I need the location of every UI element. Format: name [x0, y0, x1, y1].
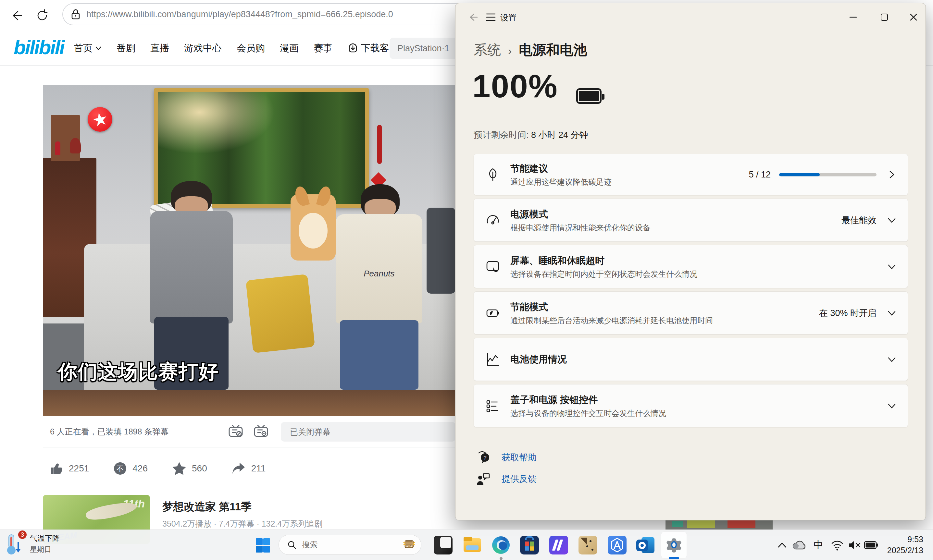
gauge-icon [486, 213, 500, 228]
nav-bangumi[interactable]: 番剧 [117, 42, 136, 55]
channel-logo-star: ★ [88, 107, 112, 132]
scene-shiba-plush [291, 194, 336, 260]
breadcrumb-separator: › [508, 45, 512, 57]
card-lid-power-buttons[interactable]: 盖子和电源 按钮控件 选择与设备的物理控件交互时会发生什么情况 [473, 384, 908, 427]
weather-subtitle: 星期日 [30, 545, 60, 554]
get-help-link[interactable]: ? 获取帮助 [476, 450, 537, 465]
settings-back-icon[interactable] [463, 8, 482, 27]
card-subtitle: 通过限制某些后台活动来减少电源消耗并延长电池使用时间 [510, 315, 713, 325]
recommended-meta: 3504.2万播放 · 7.4万弹幕 · 132.4万系列追剧 [162, 518, 322, 529]
volume-muted-icon[interactable] [847, 538, 862, 552]
nav-vip-shop[interactable]: 会员购 [237, 42, 265, 55]
thermometer-icon: 3 [5, 532, 25, 555]
card-energy-saver[interactable]: 节能模式 通过限制某些后台活动来减少电源消耗并延长电池使用时间 在 30% 时开… [473, 291, 908, 334]
settings-app-title: 设置 [500, 12, 517, 23]
maximize-button[interactable] [875, 8, 894, 27]
nav-live[interactable]: 直播 [150, 42, 169, 55]
app-icon-box[interactable] [578, 536, 597, 554]
chevron-down-icon[interactable] [888, 309, 896, 317]
taskbar-clock[interactable]: 9:53 2025/2/13 [887, 534, 923, 556]
taskbar-search-box[interactable] [279, 535, 421, 555]
chevron-down-icon [95, 46, 102, 51]
browser-refresh-icon[interactable] [34, 7, 51, 24]
battery-tray-icon[interactable] [864, 538, 879, 552]
outlook-icon[interactable] [636, 536, 655, 554]
windows-logo-icon [255, 538, 271, 553]
chevron-down-icon[interactable] [888, 402, 896, 410]
browser-back-icon[interactable] [8, 7, 25, 24]
favorite-count: 560 [192, 463, 207, 474]
share-count: 211 [251, 463, 266, 474]
energy-saver-value: 在 30% 时开启 [819, 307, 876, 319]
danmaku-bar: 6 人正在看，已装填 1898 条弹幕 [43, 416, 455, 448]
favorite-button[interactable]: 560 [172, 462, 207, 475]
wifi-icon[interactable] [830, 538, 845, 552]
edge-icon[interactable] [492, 536, 510, 554]
weather-badge: 3 [17, 530, 27, 540]
remaining-value: 8 小时 24 分钟 [531, 130, 588, 140]
tray-chevron-up-icon[interactable] [774, 538, 790, 552]
battery-percent: 100% [472, 68, 558, 105]
hamburger-menu-icon[interactable] [481, 8, 500, 27]
feedback-link[interactable]: 提供反馈 [476, 472, 537, 486]
screen: https://www.bilibili.com/bangumi/play/ep… [0, 0, 933, 560]
chevron-down-icon[interactable] [888, 263, 896, 271]
card-power-mode[interactable]: 电源模式 根据电源使用情况和性能来优化你的设备 最佳能效 [473, 198, 908, 242]
chevron-down-icon[interactable] [888, 355, 896, 364]
taskbar-search-input[interactable] [301, 540, 403, 549]
search-icon [287, 540, 296, 549]
microsoft-store-icon[interactable] [520, 536, 539, 554]
coin-button[interactable]: 不 426 [113, 462, 148, 475]
card-subtitle: 选择与设备的物理控件交互时会发生什么情况 [510, 408, 666, 418]
ime-indicator[interactable]: 中 [811, 538, 826, 552]
screen-moon-icon [486, 260, 500, 274]
recommended-title[interactable]: 梦想改造家 第11季 [162, 500, 251, 514]
onedrive-icon[interactable] [792, 538, 807, 552]
minimize-button[interactable] [844, 8, 862, 27]
star-icon [172, 462, 187, 475]
weather-title: 气温下降 [30, 533, 60, 543]
weather-widget[interactable]: 3 气温下降 星期日 [5, 532, 60, 555]
svg-text:?: ? [483, 455, 486, 461]
start-button[interactable] [255, 538, 271, 553]
card-title: 电源模式 [510, 208, 651, 220]
chart-line-icon [486, 352, 500, 367]
video-player[interactable]: Peanuts ★ 你们这场比赛打好 [43, 85, 455, 416]
card-energy-recommendations[interactable]: 节能建议 通过应用这些建议降低碳足迹 5 / 12 [473, 154, 908, 195]
settings-app-focused-slot[interactable] [661, 531, 687, 559]
app-icon-hexagon-a[interactable] [608, 536, 626, 554]
danmaku-settings-icon[interactable] [253, 424, 269, 438]
nav-manga[interactable]: 漫画 [280, 42, 299, 55]
card-screen-sleep[interactable]: 屏幕、睡眠和休眠超时 选择设备在指定时间内处于空闲状态时会发生什么情况 [473, 245, 908, 288]
energy-progress-bar [779, 173, 876, 176]
scene-person2-sweater: Peanuts [336, 214, 423, 323]
bilibili-logo[interactable]: bilibili [14, 36, 64, 59]
watching-count: 6 人正在看，已装填 1898 条弹幕 [50, 426, 168, 437]
energy-progress-text: 5 / 12 [749, 170, 771, 180]
controls-list-icon [486, 399, 500, 413]
coin-icon: 不 [113, 462, 127, 475]
app-icon-slashes[interactable] [549, 536, 568, 554]
card-title: 节能模式 [510, 300, 713, 313]
nav-game-center[interactable]: 游戏中心 [184, 42, 222, 55]
file-explorer-icon[interactable] [463, 536, 482, 554]
card-battery-usage[interactable]: 电池使用情况 [473, 338, 908, 381]
chevron-down-icon[interactable] [888, 216, 896, 225]
like-button[interactable]: 2251 [49, 462, 89, 475]
nav-home[interactable]: 首页 [74, 42, 102, 55]
breadcrumb-system[interactable]: 系统 [473, 41, 501, 59]
danmaku-off-icon[interactable] [228, 424, 244, 438]
scene-backpack [427, 208, 455, 294]
close-button[interactable] [904, 8, 923, 27]
settings-window: 设置 系统 › 电源和电池 100% 预计剩余时间: 8 小时 24 分钟 [455, 3, 926, 520]
bilibili-nav: 首页 番剧 直播 游戏中心 会员购 漫画 赛事 下载客户端 新 [74, 31, 423, 66]
settings-active-indicator [669, 557, 679, 559]
radio-highlight-icon [403, 539, 415, 551]
edge-running-indicator [500, 557, 503, 560]
card-subtitle: 选择设备在指定时间内处于空闲状态时会发生什么情况 [510, 269, 697, 279]
share-button[interactable]: 211 [231, 462, 266, 475]
app-window-icon[interactable] [434, 536, 453, 554]
settings-titlebar[interactable]: 设置 [455, 3, 925, 33]
nav-esports[interactable]: 赛事 [314, 42, 332, 55]
danmaku-input[interactable] [281, 422, 455, 442]
